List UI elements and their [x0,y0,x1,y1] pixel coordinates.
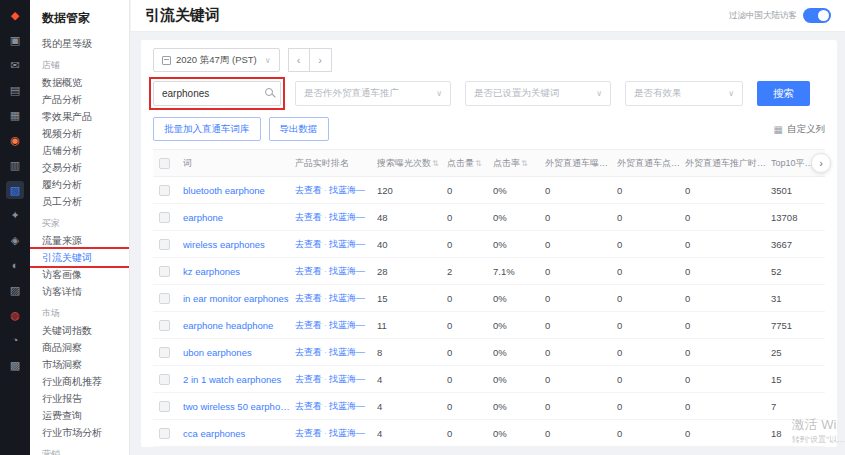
find-bluesea-link[interactable]: 找蓝海— [329,293,365,303]
clicks-cell: 0 [447,347,493,358]
sidebar-item[interactable]: 关键词指数 [30,322,129,339]
find-bluesea-link[interactable]: 找蓝海— [329,320,365,330]
filter-row: 是否作外贸直通车推广∨是否已设置为关键词∨是否有效果∨ 搜索 [153,81,825,106]
apps-icon[interactable]: ▨ [6,281,24,299]
select-all-checkbox[interactable] [159,158,170,169]
row-checkbox[interactable] [159,293,170,304]
sidebar-item[interactable]: 访客详情 [30,283,129,300]
view-rank-link[interactable]: 去查看 [295,239,322,249]
view-rank-link[interactable]: 去查看 [295,401,322,411]
keyword-link[interactable]: cca earphones [183,428,295,439]
alerts-icon[interactable]: ◍ [6,306,24,324]
logo-icon[interactable]: ◆ [6,6,24,24]
keyword-search-input[interactable] [153,81,281,106]
help-icon[interactable]: ◔ [6,331,24,349]
prev-period-button[interactable]: ‹ [288,48,310,72]
keyword-link[interactable]: bluetooth earphone [183,185,295,196]
sidebar-item[interactable]: 我的星等级 [30,35,129,52]
find-bluesea-link[interactable]: 找蓝海— [329,374,365,384]
keyword-link[interactable]: kz earphones [183,266,295,277]
customize-columns-button[interactable]: ▦ 自定义列 [774,123,825,136]
keyword-link[interactable]: earphone headphone [183,320,295,331]
sidebar-item[interactable]: 零效果产品 [30,108,129,125]
next-period-button[interactable]: › [310,48,332,72]
sidebar-item[interactable]: 员工分析 [30,193,129,210]
filter-select[interactable]: 是否已设置为关键词∨ [465,81,611,106]
messages-icon[interactable]: ✉ [6,56,24,74]
find-bluesea-link[interactable]: 找蓝海— [329,212,365,222]
sidebar-item[interactable]: 运费查询 [30,407,129,424]
sidebar-item[interactable]: 交易分析 [30,159,129,176]
sidebar-item[interactable]: 行业市场分析 [30,424,129,441]
row-checkbox[interactable] [159,266,170,277]
column-header[interactable]: 外贸直通车推广时长⇅ [685,157,771,170]
marketing-icon[interactable]: ◉ [6,131,24,149]
customers-icon[interactable]: ◈ [6,231,24,249]
store-icon[interactable]: ▥ [6,156,24,174]
row-checkbox[interactable] [159,401,170,412]
sidebar-item[interactable]: 产品分析 [30,91,129,108]
column-header[interactable]: 搜索曝光次数⇅ [377,157,447,170]
column-header[interactable]: 点击量⇅ [447,157,493,170]
sidebar-item[interactable]: 数据概览 [30,74,129,91]
find-bluesea-link[interactable]: 找蓝海— [329,239,365,249]
filter-select[interactable]: 是否作外贸直通车推广∨ [295,81,451,106]
row-checkbox[interactable] [159,347,170,358]
view-rank-link[interactable]: 去查看 [295,320,322,330]
settings-icon[interactable]: ▩ [6,356,24,374]
row-checkbox[interactable] [159,320,170,331]
view-rank-link[interactable]: 去查看 [295,347,322,357]
keyword-link[interactable]: earphone [183,212,295,223]
keyword-link[interactable]: in ear monitor earphones [183,293,295,304]
view-rank-link[interactable]: 去查看 [295,266,322,276]
column-header[interactable]: 外贸直通车点击⇅ [617,157,685,170]
sidebar-item[interactable]: 视频分析 [30,125,129,142]
view-rank-link[interactable]: 去查看 [295,185,322,195]
sidebar-item[interactable]: 商品洞察 [30,339,129,356]
view-rank-link[interactable]: 去查看 [295,374,322,384]
sidebar-item[interactable]: 行业报告 [30,390,129,407]
sidebar-item[interactable]: 行业商机推荐 [30,373,129,390]
view-rank-link[interactable]: 去查看 [295,293,322,303]
products-icon[interactable]: ▦ [6,106,24,124]
column-header[interactable]: 点击率⇅ [493,157,545,170]
keyword-link[interactable]: two wireless 50 earphones buds... [183,401,295,412]
find-bluesea-link[interactable]: 找蓝海— [329,347,365,357]
analytics-icon[interactable]: ▧ [6,181,24,199]
sidebar-item[interactable]: 市场洞察 [30,356,129,373]
keyword-link[interactable]: wireless earphones [183,239,295,250]
search-button[interactable]: 搜索 [757,81,810,106]
view-rank-link[interactable]: 去查看 [295,428,322,438]
find-bluesea-link[interactable]: 找蓝海— [329,401,365,411]
column-header-label: 点击量 [447,158,474,168]
find-bluesea-link[interactable]: 找蓝海— [329,266,365,276]
row-checkbox[interactable] [159,185,170,196]
keywords-icon[interactable]: ✦ [6,206,24,224]
row-checkbox[interactable] [159,428,170,439]
sidebar-item[interactable]: 引流关键词 [30,249,129,266]
find-bluesea-link[interactable]: 找蓝海— [329,185,365,195]
orders-icon[interactable]: ▤ [6,81,24,99]
column-header[interactable]: 产品实时排名 [295,157,377,170]
view-rank-link[interactable]: 去查看 [295,212,322,222]
row-checkbox[interactable] [159,239,170,250]
bulk-add-p4p-button[interactable]: 批量加入直通车词库 [153,117,261,141]
date-range-picker[interactable]: 2020 第47周 (PST) ∨ [153,48,280,72]
row-checkbox[interactable] [159,374,170,385]
filter-select[interactable]: 是否有效果∨ [625,81,743,106]
export-data-button[interactable]: 导出数据 [269,117,329,141]
sidebar-item[interactable]: 店铺分析 [30,142,129,159]
keyword-link[interactable]: 2 in 1 watch earphones [183,374,295,385]
home-icon[interactable]: ▣ [6,31,24,49]
column-header[interactable]: 词 [183,157,295,170]
sidebar-item[interactable]: 履约分析 [30,176,129,193]
row-checkbox[interactable] [159,212,170,223]
keyword-link[interactable]: ubon earphones [183,347,295,358]
filter-mainland-toggle[interactable] [803,8,831,23]
find-bluesea-link[interactable]: 找蓝海— [329,428,365,438]
column-header[interactable]: 外贸直通车曝光⇅ [545,157,617,170]
finance-icon[interactable]: ◐ [6,256,24,274]
sidebar-item[interactable]: 访客画像 [30,266,129,283]
sidebar-item[interactable]: 流量来源 [30,232,129,249]
scroll-columns-right-button[interactable]: › [811,153,831,173]
